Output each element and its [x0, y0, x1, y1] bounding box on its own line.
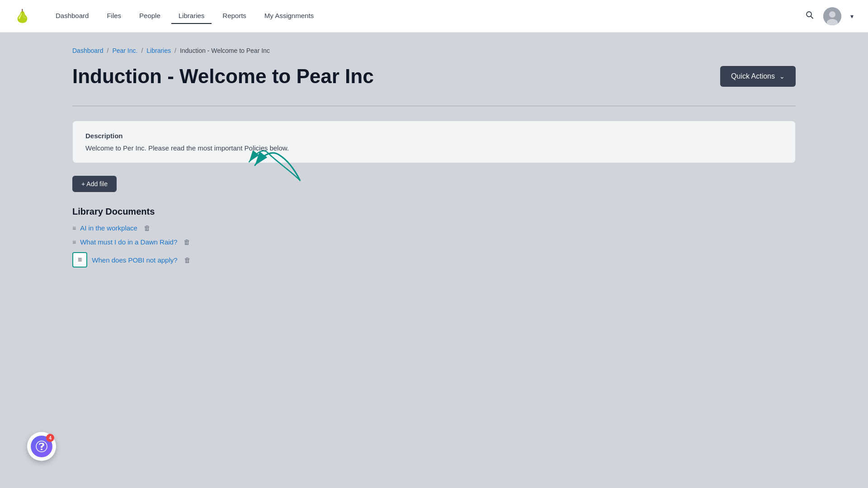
svg-point-3	[829, 11, 835, 18]
breadcrumb: Dashboard / Pear Inc. / Libraries / Indu…	[72, 47, 796, 54]
main-content: Dashboard / Pear Inc. / Libraries / Indu…	[0, 33, 868, 282]
nav-link-people[interactable]: People	[132, 8, 168, 24]
navbar-right: ▾	[803, 7, 854, 25]
page-title: Induction - Welcome to Pear Inc	[72, 65, 374, 88]
drag-handle-icon[interactable]: ≡	[72, 239, 75, 246]
highlighted-doc-item[interactable]: ≡	[72, 252, 87, 267]
list-item: ≡ What must I do in a Dawn Raid? 🗑	[72, 238, 796, 246]
delete-icon[interactable]: 🗑	[184, 238, 190, 246]
page-header: Induction - Welcome to Pear Inc Quick Ac…	[72, 65, 796, 88]
document-list: ≡ AI in the workplace 🗑 ≡ What must I do…	[72, 224, 796, 267]
breadcrumb-current: Induction - Welcome to Pear Inc	[180, 47, 270, 54]
svg-rect-6	[41, 449, 42, 450]
document-link[interactable]: What must I do in a Dawn Raid?	[80, 238, 177, 246]
nav-link-reports[interactable]: Reports	[215, 8, 254, 24]
library-documents-section: Library Documents ≡ AI in the workplace …	[72, 206, 796, 267]
help-fab[interactable]: 4	[27, 432, 56, 461]
avatar[interactable]	[823, 7, 841, 25]
svg-line-1	[811, 16, 813, 19]
description-card: Description Welcome to Per Inc. Please r…	[72, 121, 796, 163]
quick-actions-button[interactable]: Quick Actions ⌄	[720, 66, 796, 87]
delete-icon[interactable]: 🗑	[144, 224, 151, 232]
description-label: Description	[85, 132, 783, 140]
drag-handle-icon[interactable]: ≡	[78, 256, 82, 264]
document-link[interactable]: AI in the workplace	[80, 224, 137, 232]
nav-link-my-assignments[interactable]: My Assignments	[257, 8, 321, 24]
quick-actions-label: Quick Actions	[731, 72, 775, 80]
breadcrumb-sep-1: /	[107, 47, 109, 54]
document-link[interactable]: When does POBI not apply?	[92, 256, 177, 264]
breadcrumb-sep-2: /	[141, 47, 143, 54]
drag-handle-icon[interactable]: ≡	[72, 225, 75, 232]
nav-link-files[interactable]: Files	[99, 8, 128, 24]
navbar: 🍐 DashboardFilesPeopleLibrariesReportsMy…	[0, 0, 868, 33]
help-badge-count: 4	[46, 434, 54, 442]
list-item: ≡ AI in the workplace 🗑	[72, 224, 796, 232]
header-divider	[72, 106, 796, 106]
user-dropdown-button[interactable]: ▾	[850, 13, 854, 20]
nav-link-libraries[interactable]: Libraries	[171, 8, 212, 24]
search-button[interactable]	[803, 9, 816, 23]
nav-links: DashboardFilesPeopleLibrariesReportsMy A…	[48, 8, 803, 24]
description-text: Welcome to Per Inc. Please read the most…	[85, 144, 783, 152]
breadcrumb-dashboard[interactable]: Dashboard	[72, 47, 104, 54]
nav-link-dashboard[interactable]: Dashboard	[48, 8, 96, 24]
breadcrumb-sep-3: /	[175, 47, 176, 54]
quick-actions-chevron-icon: ⌄	[779, 73, 785, 80]
app-logo[interactable]: 🍐	[14, 9, 30, 23]
breadcrumb-pear-inc[interactable]: Pear Inc.	[112, 47, 137, 54]
breadcrumb-libraries[interactable]: Libraries	[146, 47, 171, 54]
list-item: ≡ When does POBI not apply? 🗑	[72, 252, 796, 267]
delete-icon[interactable]: 🗑	[184, 256, 191, 264]
library-documents-title: Library Documents	[72, 206, 796, 217]
add-file-button[interactable]: + Add file	[72, 176, 117, 192]
